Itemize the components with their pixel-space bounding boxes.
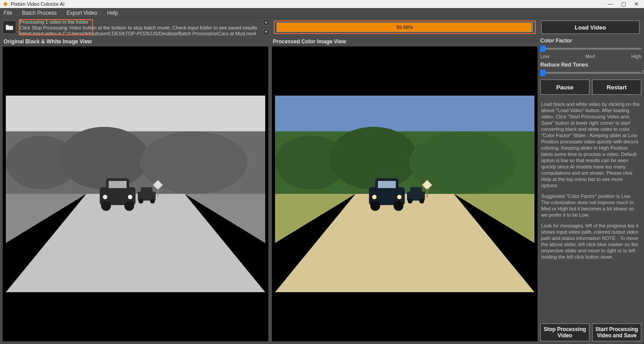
load-video-button[interactable]: Load Video — [541, 21, 640, 34]
pause-restart-row: Pause Restart — [540, 80, 641, 95]
window-title: Pixbim Video Colorize AI — [11, 1, 608, 7]
pause-button[interactable]: Pause — [540, 80, 589, 95]
svg-point-35 — [372, 195, 377, 199]
window-controls: — ▢ ✕ — [608, 1, 639, 7]
toolbar: Processing 1 video in the folder Click S… — [0, 18, 644, 37]
reduce-red-label: Reduce Red Tones — [540, 62, 641, 68]
bottom-buttons: Stop Processing Video Start Processing V… — [540, 323, 641, 341]
menu-export-video[interactable]: Export Video — [67, 10, 97, 16]
close-icon[interactable]: ✕ — [634, 1, 639, 7]
svg-point-39 — [408, 199, 413, 204]
original-view-pane: Original Black & White Image View — [3, 37, 268, 341]
folder-icon — [5, 24, 13, 30]
svg-point-19 — [150, 199, 155, 204]
svg-rect-42 — [427, 189, 428, 197]
svg-marker-0 — [3, 2, 8, 6]
reduce-red-slider[interactable]: 0 — [540, 70, 641, 76]
sidebar: Color Factor LowMedHigh Reduce Red Tones… — [540, 37, 644, 344]
svg-point-25 — [329, 127, 418, 189]
color-factor-label: Color Factor — [540, 38, 641, 44]
log-scrollbar: ▲ ▼ — [263, 19, 269, 35]
original-view-header: Original Black & White Image View — [3, 37, 268, 46]
info-box: Load black and white video by clicking o… — [540, 99, 641, 322]
progress-text: 99.56% — [277, 23, 533, 32]
svg-point-14 — [103, 195, 107, 199]
svg-point-4 — [59, 127, 149, 189]
processed-view-pane: Processed Color Image View — [272, 37, 538, 341]
info-paragraph-1: Load black and white video by clicking o… — [541, 101, 640, 189]
app-logo-icon — [3, 1, 8, 7]
menu-help[interactable]: Help — [107, 10, 118, 16]
svg-rect-21 — [157, 189, 158, 197]
color-scene-image — [275, 96, 534, 292]
processed-view-canvas — [272, 46, 538, 341]
svg-point-36 — [397, 195, 402, 199]
svg-point-33 — [370, 201, 380, 211]
info-paragraph-2: Suggested "Color Factor" position is Low… — [541, 193, 640, 218]
maximize-icon[interactable]: ▢ — [621, 1, 626, 7]
progress-wrap: 99.56% — [274, 21, 536, 34]
svg-rect-11 — [109, 181, 127, 188]
svg-point-34 — [394, 201, 403, 211]
svg-point-18 — [139, 199, 144, 204]
stop-processing-button[interactable]: Stop Processing Video — [540, 323, 589, 341]
color-factor-ticks: LowMedHigh — [540, 54, 641, 59]
svg-rect-17 — [141, 187, 153, 194]
svg-point-40 — [419, 199, 424, 204]
info-paragraph-3: Look for messages, left of the progress … — [541, 222, 640, 260]
menu-file[interactable]: File — [4, 10, 12, 16]
processed-view-header: Processed Color Image View — [272, 37, 538, 46]
color-factor-slider[interactable] — [540, 46, 641, 52]
log-content: Processing 1 video in the folder Click S… — [19, 19, 269, 35]
svg-point-12 — [101, 201, 111, 211]
svg-point-15 — [128, 195, 132, 199]
scroll-up-icon[interactable]: ▲ — [263, 19, 269, 25]
svg-rect-38 — [410, 187, 422, 194]
start-processing-button[interactable]: Start Processing Video and Save — [592, 323, 641, 341]
view-area: Original Black & White Image View — [0, 37, 540, 344]
log-box: Processing 1 video in the folder Click S… — [19, 19, 269, 35]
original-view-canvas — [3, 46, 268, 341]
main: Original Black & White Image View — [0, 37, 644, 344]
bw-scene-image — [6, 96, 265, 292]
restart-button[interactable]: Restart — [592, 80, 641, 95]
open-folder-button[interactable] — [3, 21, 16, 34]
menu-batch-process[interactable]: Batch Process — [22, 10, 56, 16]
svg-point-13 — [124, 201, 134, 211]
titlebar: Pixbim Video Colorize AI — ▢ ✕ — [0, 0, 644, 8]
svg-rect-32 — [378, 181, 396, 188]
menubar: File Batch Process Export Video Help — [0, 8, 644, 18]
minimize-icon[interactable]: — — [608, 1, 613, 7]
progress-bar: 99.56% — [276, 22, 533, 32]
scroll-down-icon[interactable]: ▼ — [263, 29, 269, 35]
